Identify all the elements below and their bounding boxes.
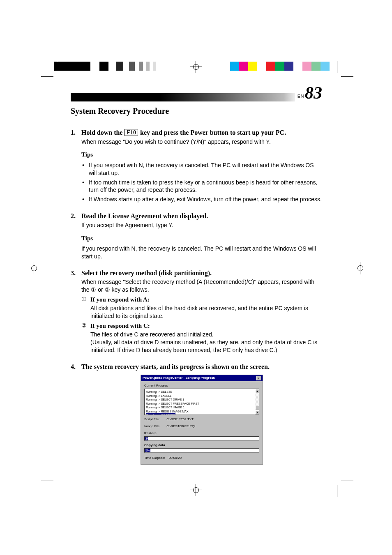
image-file-value: C:\RESTOREE.PQI (166, 424, 195, 428)
script-file-label: Script File: (144, 417, 166, 422)
process-listbox[interactable]: Running--> DELETE Running--> LABEL1 Runn… (144, 389, 259, 415)
image-file-label: Image File: (144, 424, 166, 429)
registration-mark (190, 61, 202, 73)
process-line: Running--> SELECT DRIVE 1 (146, 398, 258, 401)
color-strip (230, 62, 330, 71)
scroll-up-icon[interactable]: ▲ (255, 389, 259, 393)
step-intro: When message "Select the recovery method… (81, 278, 322, 294)
grayscale-strip (54, 62, 156, 71)
option-c: ② If you respond with C: The files of dr… (81, 322, 322, 354)
restore-label: Restore (144, 431, 259, 436)
step-number: 3. (71, 269, 81, 278)
step-4: 4. The system recovery starts, and its p… (71, 362, 322, 465)
script-file-value: C:\SCRIPT02.TXT (166, 417, 194, 421)
time-elapsed-label: Time Elapsed: (144, 456, 165, 460)
process-line: Running--> LABEL1 (146, 394, 258, 398)
option-heading: If you respond with A: (90, 295, 322, 304)
page-content: EN 83 System Recovery Procedure 1. Hold … (71, 88, 322, 473)
step-head-text: Hold down the (81, 129, 124, 136)
intro-text: key as follows. (110, 286, 149, 293)
restore-progress-fill: 3% (145, 437, 148, 440)
process-line-selected: Running--> RESTORE (146, 413, 175, 415)
step-2: 2. Read the License Agreement when displ… (71, 212, 322, 260)
step-number: 1. (71, 128, 81, 137)
restore-progressbar: 3% (144, 436, 259, 441)
tips-label: Tips (81, 234, 322, 242)
registration-mark (190, 484, 202, 496)
close-icon[interactable]: × (256, 376, 261, 380)
process-line: Running--> SELECT IMAGE 1 (146, 405, 258, 409)
f10-key: F10 (125, 129, 138, 136)
tips-label: Tips (81, 150, 322, 159)
crop-mark (337, 481, 353, 497)
tips-list: If you respond with N, the recovery is c… (81, 161, 322, 203)
time-elapsed-row: Time Elapsed: 00:00:20 (144, 456, 259, 461)
scroll-down-icon[interactable]: ▼ (255, 410, 259, 415)
step-heading: The system recovery starts, and its prog… (81, 362, 270, 371)
step-heading: Hold down the F10 key and press the Powe… (81, 128, 286, 137)
circled-2: ② (81, 322, 90, 354)
option-text: All disk partitions and files of the har… (90, 304, 322, 320)
step-1: 1. Hold down the F10 key and press the P… (71, 128, 322, 203)
registration-mark (354, 262, 367, 274)
copying-progressbar: 5% (144, 448, 259, 453)
dialog-titlebar: PowerQuest ImageCenter - Scripting Progr… (141, 375, 263, 381)
registration-mark (28, 262, 40, 274)
step-heading: Read the License Agreement when displaye… (81, 212, 208, 221)
option-text: The files of drive C are recovered and i… (90, 331, 322, 354)
current-process-label: Current Process (144, 384, 259, 388)
script-file-row: Script File: C:\SCRIPT02.TXT (144, 417, 259, 422)
tip-item: If Windows starts up after a delay, exit… (81, 196, 322, 203)
step-number: 4. (71, 362, 81, 371)
option-a: ① If you respond with A: All disk partit… (81, 295, 322, 320)
page-number: EN 83 (295, 84, 322, 101)
step-heading: Select the recovery method (disk partiti… (81, 269, 212, 278)
page-number-value: 83 (305, 84, 322, 101)
image-file-row: Image File: C:\RESTOREE.PQI (144, 424, 259, 429)
crop-mark (337, 61, 353, 77)
process-line: Running--> RESIZE IMAGE MAX (146, 410, 258, 413)
step-3: 3. Select the recovery method (disk part… (71, 269, 322, 354)
progress-dialog: PowerQuest ImageCenter - Scripting Progr… (141, 375, 263, 465)
crop-mark (41, 61, 58, 77)
copying-progress-fill: 5% (145, 449, 150, 452)
circled-1: ① (91, 286, 96, 293)
time-elapsed-value: 00:00:20 (169, 456, 182, 460)
option-heading: If you respond with C: (90, 322, 322, 330)
page-header: EN 83 (71, 88, 322, 101)
process-line: Running--> DELETE (146, 390, 258, 394)
scroll-thumb[interactable] (255, 406, 259, 410)
step-note: If you respond with N, the recovery is c… (81, 245, 322, 260)
tip-item: If too much time is taken to press the k… (81, 179, 322, 194)
step-intro: When message "Do you wish to continue? (… (81, 138, 322, 146)
header-gradient (71, 93, 295, 101)
tip-item: If you respond with N, the recovery is c… (81, 161, 322, 177)
crop-mark (41, 481, 58, 497)
intro-text: or (96, 286, 104, 293)
page-number-prefix: EN (297, 94, 304, 99)
circled-1: ① (81, 295, 90, 320)
copying-label: Copying data (144, 443, 259, 448)
scrollbar[interactable]: ▲ ▼ (255, 389, 259, 415)
dialog-title: PowerQuest ImageCenter - Scripting Progr… (143, 376, 215, 380)
step-head-text: key and press the Power button to start … (138, 129, 286, 136)
process-line: Running--> SELECT FREESPACE FIRST (146, 402, 258, 405)
step-number: 2. (71, 212, 81, 221)
circled-2: ② (105, 286, 110, 293)
step-intro: If you accept the Agreement, type Y. (81, 221, 322, 229)
section-title: System Recovery Procedure (71, 106, 322, 116)
